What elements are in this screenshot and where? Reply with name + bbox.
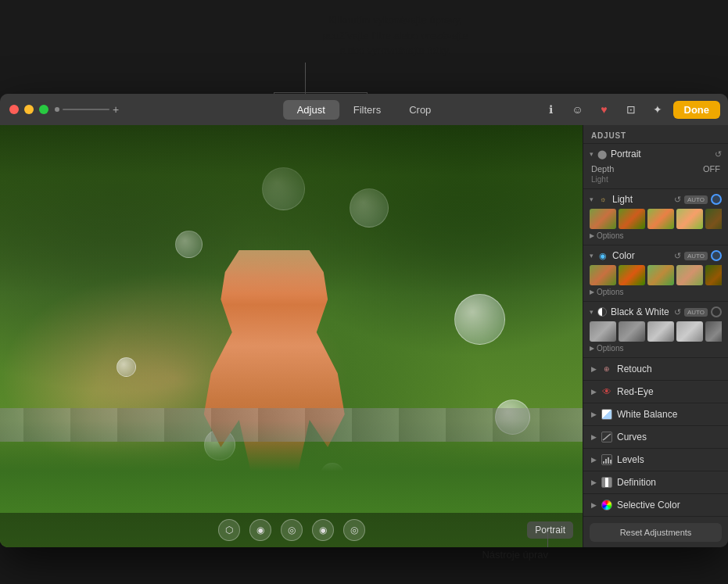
done-button[interactable]: Done (673, 101, 721, 119)
selective-color-section[interactable]: ▶ Selective Color (583, 494, 728, 517)
color-thumb-4[interactable] (705, 265, 722, 285)
levels-section[interactable]: ▶ Levels (583, 449, 728, 471)
portrait-section: ▾ ⬤ Portrait ↺ Depth OFF Light (583, 144, 728, 189)
zoom-plus-icon: + (113, 103, 119, 116)
color-thumb-2[interactable] (647, 265, 674, 285)
redeye-section[interactable]: ▶ 👁 Red-Eye (583, 381, 728, 403)
color-options-row[interactable]: ▶ Options (590, 288, 722, 296)
title-bar: + Adjust Filters Crop ℹ ☺ ♥ ⊡ ✦ Done (0, 94, 728, 125)
color-chevron-icon: ▾ (590, 252, 594, 260)
bw-toggle[interactable] (711, 306, 722, 317)
bubble-4 (117, 357, 136, 377)
color-thumb-0[interactable] (590, 265, 616, 285)
color-options-label: Options (597, 288, 623, 296)
bw-options-chevron-icon: ▶ (590, 345, 594, 352)
color-thumb-3[interactable] (676, 265, 703, 285)
light-options-chevron-icon: ▶ (590, 232, 594, 239)
crop-button[interactable]: ⊡ (620, 99, 642, 120)
light-thumb-0[interactable] (590, 209, 616, 229)
light-thumb-2[interactable] (647, 209, 674, 229)
depth-label: Depth (591, 164, 614, 174)
light-thumb-3[interactable] (676, 209, 703, 229)
bw-title-group: ▾ Black & White (590, 306, 669, 317)
retouch-chevron-icon: ▶ (591, 365, 597, 373)
bubble-3 (454, 294, 505, 345)
bw-thumb-strip (590, 321, 722, 342)
bw-thumb-2[interactable] (647, 321, 674, 342)
foliage-overlay (0, 125, 583, 294)
bw-controls: ↺ AUTO (674, 306, 722, 317)
light-thumb-1[interactable] (619, 209, 645, 229)
wb-label: White Balance (617, 409, 720, 420)
curves-icon (601, 432, 612, 442)
color-section-header[interactable]: ▾ ◉ Color ↺ AUTO (590, 250, 722, 261)
light-toggle[interactable] (711, 194, 722, 205)
redeye-chevron-icon: ▶ (591, 388, 597, 396)
light-section-header[interactable]: ▾ ☼ Light ↺ AUTO (590, 194, 722, 205)
definition-label: Definition (617, 477, 720, 488)
color-thumb-strip (590, 265, 722, 285)
heart-button[interactable]: ♥ (594, 99, 615, 120)
svg-rect-3 (610, 460, 611, 464)
retouch-section[interactable]: ▶ ⊕ Retouch (583, 358, 728, 381)
light-title-group: ▾ ☼ Light (590, 194, 633, 205)
light-undo-icon[interactable]: ↺ (674, 195, 681, 205)
bw-section: ▾ Black & White ↺ AUTO (583, 302, 728, 358)
bw-chevron-icon: ▾ (590, 308, 594, 316)
close-button[interactable] (9, 105, 19, 114)
bw-auto-badge[interactable]: AUTO (684, 308, 708, 317)
annotation-line (305, 63, 306, 94)
light-title: Light (612, 194, 633, 205)
bw-icon (597, 307, 607, 317)
traffic-lights (9, 105, 48, 114)
bw-undo-icon[interactable]: ↺ (674, 307, 681, 317)
light-auto-badge[interactable]: AUTO (684, 195, 708, 204)
tab-bar: Adjust Filters Crop (283, 100, 446, 120)
bottom-annotation-line (547, 532, 548, 547)
curves-section[interactable]: ▶ Curves (583, 426, 728, 449)
light-sun-icon: ☼ (597, 194, 608, 205)
photo-display (0, 125, 583, 547)
selective-color-label: Selective Color (617, 500, 720, 511)
top-annotation-text: Kliknutím vykonávajte úpravy, používajte… (322, 13, 468, 59)
bottom-annotation-text: Nástroje úprav (482, 549, 548, 561)
maximize-button[interactable] (39, 105, 48, 114)
bw-thumb-4[interactable] (705, 321, 722, 342)
face-button[interactable]: ☺ (567, 99, 589, 120)
levels-chevron-icon: ▶ (591, 456, 597, 464)
light-thumb-4[interactable] (705, 209, 722, 229)
light-options-row[interactable]: ▶ Options (590, 231, 722, 240)
zoom-slider[interactable]: + (55, 103, 119, 116)
bw-thumb-3[interactable] (676, 321, 703, 342)
redeye-icon: 👁 (601, 386, 612, 397)
selective-color-icon (601, 500, 612, 511)
color-toggle[interactable] (711, 250, 722, 261)
wb-icon (601, 409, 612, 420)
curves-chevron-icon: ▶ (591, 433, 597, 441)
bw-options-row[interactable]: ▶ Options (590, 344, 722, 353)
bw-thumb-1[interactable] (619, 321, 645, 342)
title-bar-right: ℹ ☺ ♥ ⊡ ✦ Done (540, 99, 721, 120)
depth-value: OFF (703, 164, 720, 174)
definition-section[interactable]: ▶ Definition (583, 471, 728, 494)
panel-header: ADJUST (583, 125, 728, 144)
color-undo-icon[interactable]: ↺ (674, 251, 681, 261)
tab-crop[interactable]: Crop (395, 100, 445, 120)
right-panel: ADJUST ▾ ⬤ Portrait ↺ Depth OFF Light (583, 125, 728, 547)
tab-filters[interactable]: Filters (339, 100, 395, 120)
portrait-section-header[interactable]: ▾ ⬤ Portrait ↺ (590, 149, 722, 159)
color-title-group: ▾ ◉ Color (590, 250, 635, 261)
portrait-chevron-icon: ▾ (590, 150, 594, 158)
bw-section-header[interactable]: ▾ Black & White ↺ AUTO (590, 306, 722, 317)
bw-thumb-0[interactable] (590, 321, 616, 342)
wand-button[interactable]: ✦ (647, 99, 669, 120)
minimize-button[interactable] (24, 105, 34, 114)
color-title: Color (612, 250, 635, 261)
color-thumb-1[interactable] (619, 265, 645, 285)
whitebalance-section[interactable]: ▶ White Balance (583, 403, 728, 426)
info-button[interactable]: ℹ (540, 99, 562, 120)
color-auto-badge[interactable]: AUTO (684, 252, 708, 260)
portrait-undo-icon[interactable]: ↺ (715, 149, 722, 159)
tab-adjust[interactable]: Adjust (283, 100, 339, 120)
photo-area: ⬡ ◉ ◎ ◉ ◎ Portrait (0, 125, 583, 547)
